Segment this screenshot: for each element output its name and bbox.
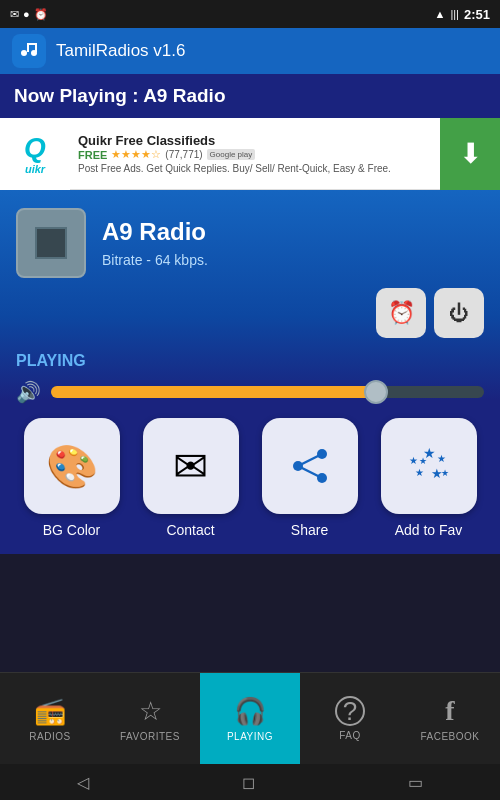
recent-button[interactable]: ▭ — [408, 773, 423, 792]
status-left-icons: ✉ ● ⏰ — [10, 8, 48, 21]
station-name: A9 Radio — [102, 218, 484, 246]
svg-text:★: ★ — [409, 455, 418, 466]
volume-icon: 🔊 — [16, 380, 41, 404]
nav-playing[interactable]: 🎧 PLAYING — [200, 673, 300, 764]
volume-thumb[interactable] — [364, 380, 388, 404]
ad-description: Post Free Ads. Get Quick Replies. Buy/ S… — [78, 163, 432, 174]
power-button[interactable]: ⏻ — [434, 288, 484, 338]
nav-faq[interactable]: ? FAQ — [300, 673, 400, 764]
contact-label: Contact — [166, 522, 214, 538]
whatsapp-icon: ● — [23, 8, 30, 20]
svg-line-8 — [298, 454, 322, 466]
add-to-fav-label: Add to Fav — [395, 522, 463, 538]
msg-icon: ✉ — [10, 8, 19, 21]
station-bitrate: Bitrate - 64 kbps. — [102, 252, 484, 268]
station-logo — [16, 208, 86, 278]
ad-title: Quikr Free Classifieds — [78, 133, 432, 148]
nav-favorites[interactable]: ☆ FAVORITES — [100, 673, 200, 764]
nav-radios-label: RADIOS — [29, 731, 70, 742]
now-playing-bar: Now Playing : A9 Radio — [0, 74, 500, 118]
svg-text:★: ★ — [437, 453, 446, 464]
nav-favorites-label: FAVORITES — [120, 731, 180, 742]
facebook-icon: f — [445, 695, 454, 727]
nav-faq-label: FAQ — [339, 730, 361, 741]
signal-icon: ||| — [450, 8, 459, 20]
add-to-fav-button[interactable]: ★ ★ ★ ★ ★ ★ ★ — [381, 418, 477, 514]
ad-stars: ★★★★☆ — [111, 148, 161, 161]
player-top: A9 Radio Bitrate - 64 kbps. — [16, 208, 484, 278]
quikr-text: uikr — [24, 164, 46, 175]
ad-banner[interactable]: Q uikr Quikr Free Classifieds FREE ★★★★☆… — [0, 118, 500, 190]
nav-facebook-label: Facebook — [420, 731, 479, 742]
nav-facebook[interactable]: f Facebook — [400, 673, 500, 764]
actions-grid: 🎨 BG Color ✉ Contact Share ★ ★ ★ ★ ★ — [0, 400, 500, 554]
contact-button[interactable]: ✉ — [143, 418, 239, 514]
playing-label: PLAYING — [16, 352, 484, 370]
quikr-q-letter: Q — [24, 132, 46, 164]
svg-text:★: ★ — [441, 468, 449, 478]
now-playing-label: Now Playing : A9 Radio — [14, 85, 226, 107]
share-button[interactable] — [262, 418, 358, 514]
ad-reviews: (77,771) — [165, 149, 202, 160]
nav-radios[interactable]: 📻 RADIOS — [0, 673, 100, 764]
bg-color-label: BG Color — [43, 522, 101, 538]
download-icon: ⬇ — [459, 137, 482, 170]
stop-icon[interactable] — [35, 227, 67, 259]
status-right-icons: ▲ ||| 2:51 — [435, 7, 491, 22]
svg-text:★: ★ — [415, 467, 424, 478]
share-label: Share — [291, 522, 328, 538]
star-icon: ☆ — [139, 696, 162, 727]
status-bar: ✉ ● ⏰ ▲ ||| 2:51 — [0, 0, 500, 28]
volume-track[interactable] — [51, 386, 484, 398]
radio-icon: 📻 — [34, 696, 66, 727]
app-header: TamilRadios v1.6 — [0, 28, 500, 74]
music-note-icon — [18, 40, 40, 62]
ad-content: Quikr Free Classifieds FREE ★★★★☆ (77,77… — [70, 127, 440, 180]
headphones-icon: 🎧 — [234, 696, 266, 727]
question-icon: ? — [335, 696, 365, 726]
station-info: A9 Radio Bitrate - 64 kbps. — [102, 218, 484, 268]
svg-text:★: ★ — [419, 456, 427, 466]
alarm-button[interactable]: ⏰ — [376, 288, 426, 338]
contact-action[interactable]: ✉ Contact — [143, 418, 239, 538]
bottom-nav: 📻 RADIOS ☆ FAVORITES 🎧 PLAYING ? FAQ f F… — [0, 672, 500, 764]
back-button[interactable]: ◁ — [77, 773, 89, 792]
nav-playing-label: PLAYING — [227, 731, 273, 742]
add-to-fav-action[interactable]: ★ ★ ★ ★ ★ ★ ★ Add to Fav — [381, 418, 477, 538]
app-logo — [12, 34, 46, 68]
player-controls: ⏰ ⏻ — [16, 288, 484, 338]
volume-fill — [51, 386, 376, 398]
wifi-icon: ▲ — [435, 8, 446, 20]
alarm-icon: ⏰ — [388, 300, 415, 326]
bg-color-button[interactable]: 🎨 — [24, 418, 120, 514]
svg-rect-4 — [35, 43, 37, 52]
ad-download-button[interactable]: ⬇ — [440, 118, 500, 190]
status-time: 2:51 — [464, 7, 490, 22]
clock-icon: ⏰ — [34, 8, 48, 21]
google-play-badge: Google play — [207, 149, 256, 160]
stars-icon: ★ ★ ★ ★ ★ ★ ★ — [407, 444, 451, 488]
share-icon — [288, 444, 332, 488]
bg-color-action[interactable]: 🎨 BG Color — [24, 418, 120, 538]
ad-free-label: FREE — [78, 149, 107, 161]
power-icon: ⏻ — [449, 302, 469, 325]
app-title: TamilRadios v1.6 — [56, 41, 185, 61]
home-button[interactable]: ◻ — [242, 773, 255, 792]
share-action[interactable]: Share — [262, 418, 358, 538]
svg-line-9 — [298, 466, 322, 478]
player-section: A9 Radio Bitrate - 64 kbps. ⏰ ⏻ PLAYING … — [0, 190, 500, 400]
svg-rect-0 — [21, 50, 27, 56]
android-nav: ◁ ◻ ▭ — [0, 764, 500, 800]
ad-logo: Q uikr — [0, 118, 70, 190]
